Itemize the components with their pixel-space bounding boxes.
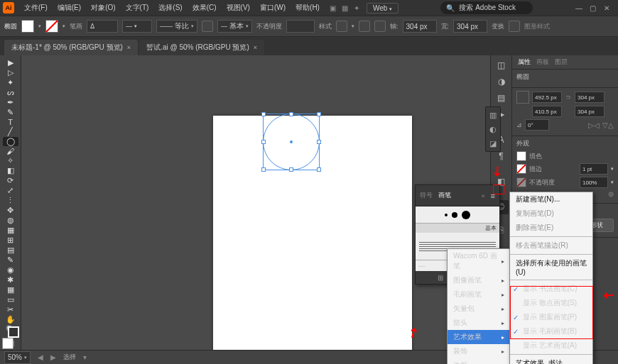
stroke-color[interactable] [516,164,526,174]
fill-color[interactable] [516,151,526,161]
angle-input[interactable]: 0° [525,119,549,131]
pm-select-unused[interactable]: 选择所有未使用的画笔(U) [510,256,592,278]
type-tool[interactable]: T [3,118,18,126]
flip-h-icon[interactable]: ▷◁ [588,121,600,129]
lib-artistic[interactable]: 艺术效果▸ [448,330,510,344]
menu-view[interactable]: 视图(V) [222,1,254,14]
wand-tool[interactable]: ✦ [3,78,18,87]
w-field[interactable]: 304 px [453,20,487,33]
transform-label[interactable]: 变换 [492,22,504,31]
opacity-sw[interactable] [516,177,526,187]
scale-tool[interactable]: ⤢ [3,186,18,195]
rect-tool[interactable]: ◯ [3,137,18,146]
isolate-icon[interactable] [509,21,520,32]
opacity-val[interactable]: 100% [580,177,608,188]
direct-sel-tool[interactable]: ▷ [3,68,18,77]
vw-profile[interactable]: — ▾ [122,20,152,33]
maximize-icon[interactable]: ▢ [590,4,597,11]
lib-menu-icon[interactable]: ⊞ [436,274,445,282]
x-input[interactable]: 410.5 px [532,106,562,117]
dock-icon-1[interactable]: ▥ [487,109,499,121]
stroke-weight[interactable]: ᐃ [87,20,118,33]
hand-tool[interactable]: ✋ [3,315,18,324]
bridge-icon[interactable]: ▣ [330,4,336,12]
pm-art-0[interactable]: 艺术效果_书法 [510,356,592,364]
gradient-tool[interactable]: ▤ [3,246,18,255]
fill-swatch[interactable] [21,20,34,33]
ref-point-icon[interactable] [516,91,529,104]
prop-tab[interactable]: 属性 [518,57,531,67]
eyedropper-tool[interactable]: ✎ [3,255,18,265]
swatches-icon[interactable]: ▤ [494,91,509,105]
dock-icon-3[interactable]: ◪ [487,138,499,149]
close-tab-icon[interactable]: × [127,44,131,51]
artboard-tab[interactable]: 画板 [536,57,549,67]
zoom-dd[interactable]: 50% ▾ [4,351,31,364]
shapebuilder-icon[interactable] [374,21,386,32]
width-tool[interactable]: ⋮ [3,196,18,205]
menu-edit[interactable]: 编辑(E) [53,1,85,14]
sel-tool[interactable]: ▶ [3,58,18,67]
align-icon[interactable] [359,21,370,32]
arrange-icon[interactable]: ▦ [342,4,348,12]
w-input[interactable]: 492.5 px [532,92,562,103]
h-input[interactable]: 304 px [575,92,605,103]
stroke-pt[interactable]: 1 pt [580,163,608,175]
layers-tab[interactable]: 图层 [555,57,568,67]
close-icon[interactable]: ✕ [604,4,611,11]
menu-select[interactable]: 选择(S) [154,1,186,14]
eraser-tool[interactable]: ◧ [3,166,18,175]
lib-arrows[interactable]: 箭头▸ [448,316,510,330]
blend-tool[interactable]: ◉ [3,265,18,275]
workspace-switcher[interactable]: Web ▾ [367,3,399,13]
pm-new[interactable]: 新建画笔(N)... [510,192,592,206]
x-field[interactable]: 304 px [403,20,437,33]
menu-window[interactable]: 窗口(W) [256,1,290,14]
gpu-icon[interactable]: ✦ [354,4,359,12]
lib-vector[interactable]: 矢量包▸ [448,302,510,316]
mesh-tool[interactable]: ⊞ [3,236,18,245]
link-wh-icon[interactable]: ⊃ [565,94,572,101]
shape-builder-tool[interactable]: ◍ [3,216,18,225]
dock-icon-2[interactable]: ◐ [487,123,499,135]
lasso-tool[interactable]: ᔕ [3,88,18,97]
slice-tool[interactable]: ✂ [3,305,18,314]
uniform-dd[interactable]: —— 等比 ▾ [156,20,197,33]
lib-bristle[interactable]: 毛刷画笔▸ [448,287,510,302]
style-icon[interactable] [336,21,347,32]
perspective-tool[interactable]: ▦ [3,226,18,235]
lib-icon[interactable]: ◫ [494,58,509,72]
pm-show-4[interactable]: 显示 艺术画笔(A) [510,338,592,353]
adobe-stock-search[interactable]: 🔍搜索 Adobe Stock [440,1,533,14]
rotate-tool[interactable]: ⟳ [3,176,18,185]
lib-image[interactable]: 图像画笔▸ [448,273,510,287]
color-icon[interactable]: ◑ [494,75,509,89]
close-tab-icon[interactable]: × [254,44,257,51]
lib-wacom[interactable]: Wacom 6D 画笔▸ [448,249,510,273]
shaper-tool[interactable]: ✧ [3,156,18,165]
menu-object[interactable]: 对象(O) [87,1,119,14]
opacity-field[interactable] [286,20,315,33]
doc-tab-1[interactable]: 未标题-1* @ 50% (RGB/GPU 预览)× [4,40,138,55]
brush-row-1[interactable] [416,206,499,224]
pen-tool[interactable]: ✒ [3,98,18,107]
menu-help[interactable]: 帮助(H) [291,1,324,14]
menu-file[interactable]: 文件(F) [20,1,52,14]
free-tool[interactable]: ✥ [3,206,18,215]
stroke-swatch[interactable] [45,20,58,33]
brush-def-icon[interactable] [202,21,213,32]
lib-borders[interactable]: 边框▸ [448,358,510,364]
symbols-tab[interactable]: 符号 [420,191,433,200]
line-tool[interactable]: ╱ [3,127,18,136]
menu-type[interactable]: 文字(T) [121,1,153,14]
symbol-tool[interactable]: ✱ [3,275,18,285]
brush-basic[interactable]: — 基本 ▾ [217,20,252,33]
graph-tool[interactable]: ▦ [3,285,18,294]
flip-v-icon[interactable]: ▽△ [602,121,614,129]
doc-tab-2[interactable]: 暂试.ai @ 50% (RGB/GPU 预览)× [139,40,264,55]
brushes-tab[interactable]: 画笔 [438,191,451,200]
lib-deco[interactable]: 装饰▸ [448,344,510,358]
y-input[interactable]: 304 px [575,106,605,117]
minimize-icon[interactable]: — [575,4,582,11]
menu-effect[interactable]: 效果(C) [188,1,221,14]
